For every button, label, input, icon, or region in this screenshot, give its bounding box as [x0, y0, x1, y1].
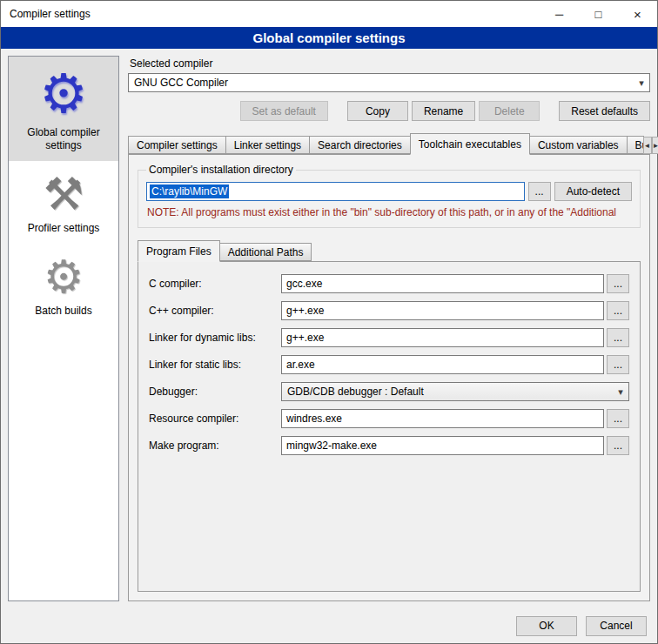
minimize-button[interactable]: ─ [540, 1, 579, 27]
cpp-compiler-input[interactable] [281, 301, 604, 320]
delete-button: Delete [479, 101, 540, 121]
resource-compiler-label: Resource compiler: [149, 413, 281, 425]
program-row: Linker for static libs: ... [149, 355, 629, 374]
selected-compiler-label: Selected compiler [130, 57, 650, 70]
gears-gray-icon: ⚙ [44, 254, 84, 299]
close-button[interactable]: × [618, 1, 657, 27]
installation-directory-selected-text: C:\raylib\MinGW [150, 184, 229, 198]
set-as-default-button: Set as default [240, 101, 328, 121]
installation-directory-browse-button[interactable]: ... [528, 182, 551, 201]
c-compiler-browse-button[interactable]: ... [607, 274, 629, 293]
selected-compiler-dropdown[interactable]: GNU GCC Compiler ▾ [128, 73, 650, 92]
program-row: Linker for dynamic libs: ... [149, 328, 629, 347]
ok-button[interactable]: OK [516, 616, 577, 636]
window-title: Compiler settings [1, 8, 540, 20]
debugger-value: GDB/CDB debugger : Default [282, 386, 613, 398]
linker-static-browse-button[interactable]: ... [607, 355, 629, 374]
subtab-additional-paths[interactable]: Additional Paths [219, 243, 312, 261]
cpp-compiler-label: C++ compiler: [149, 305, 281, 317]
auto-detect-button[interactable]: Auto-detect [554, 182, 632, 201]
debugger-dropdown[interactable]: GDB/CDB debugger : Default ▾ [281, 382, 629, 401]
resource-compiler-input[interactable] [281, 409, 604, 428]
cpp-compiler-browse-button[interactable]: ... [607, 301, 629, 320]
make-program-label: Make program: [149, 439, 281, 452]
debugger-label: Debugger: [149, 386, 281, 398]
tab-search-directories[interactable]: Search directories [309, 136, 411, 154]
tab-scroll-right-button[interactable]: ► [652, 137, 658, 154]
program-row: Resource compiler: ... [149, 409, 629, 428]
linker-dynamic-browse-button[interactable]: ... [607, 328, 629, 347]
program-row: C compiler: ... [149, 274, 629, 293]
sidebar-item-label: Global compiler settings [11, 126, 116, 152]
page-title: Global compiler settings [1, 27, 657, 49]
dialog-footer: OK Cancel [1, 608, 657, 643]
tab-build-options-truncated[interactable]: Buil [627, 136, 644, 154]
program-row: C++ compiler: ... [149, 301, 629, 320]
installation-directory-group-title: Compiler's installation directory [146, 164, 296, 176]
sidebar-item-batch-builds[interactable]: ⚙ Batch builds [9, 244, 118, 326]
cancel-button[interactable]: Cancel [586, 616, 647, 636]
toolchain-executables-panel: Compiler's installation directory C:\ray… [128, 154, 650, 601]
program-subtabs: Program Files Additional Paths [138, 240, 641, 261]
main-panel: Selected compiler GNU GCC Compiler ▾ Set… [128, 56, 650, 601]
linker-dynamic-label: Linker for dynamic libs: [149, 332, 281, 344]
tab-toolchain-executables[interactable]: Toolchain executables [410, 133, 530, 155]
linker-static-label: Linker for static libs: [149, 359, 281, 371]
make-program-input[interactable] [281, 436, 604, 455]
selected-compiler-value: GNU GCC Compiler [129, 77, 634, 89]
program-files-panel: C compiler: ... C++ compiler: ... Linker… [138, 261, 641, 592]
tab-linker-settings[interactable]: Linker settings [225, 136, 310, 154]
program-row: Debugger: GDB/CDB debugger : Default ▾ [149, 382, 629, 401]
linker-static-input[interactable] [281, 355, 604, 374]
installation-directory-group: Compiler's installation directory C:\ray… [138, 164, 641, 228]
compiler-settings-dialog: Compiler settings ─ □ × Global compiler … [0, 0, 658, 644]
sidebar-item-profiler-settings[interactable]: ⚒ Profiler settings [9, 161, 118, 244]
program-row: Make program: ... [149, 436, 629, 455]
compiler-actions: Set as default Copy Rename Delete Reset … [128, 101, 650, 121]
resource-compiler-browse-button[interactable]: ... [607, 409, 629, 428]
installation-directory-row: C:\raylib\MinGW ... Auto-detect [146, 182, 632, 201]
c-compiler-label: C compiler: [149, 278, 281, 290]
compiler-settings-tabs: Compiler settings Linker settings Search… [128, 133, 650, 154]
settings-category-list: ⚙ Global compiler settings ⚒ Profiler se… [8, 56, 119, 601]
sidebar-item-label: Batch builds [35, 305, 91, 318]
sidebar-item-label: Profiler settings [28, 222, 100, 235]
chevron-down-icon: ▾ [613, 386, 628, 398]
gear-blue-icon: ⚙ [39, 67, 88, 121]
tab-scroll-left-button[interactable]: ◄ [643, 137, 652, 154]
linker-dynamic-input[interactable] [281, 328, 604, 347]
chevron-down-icon: ▾ [634, 77, 649, 89]
copy-button[interactable]: Copy [347, 101, 408, 121]
make-program-browse-button[interactable]: ... [607, 436, 629, 455]
bin-subdirectory-note: NOTE: All programs must exist either in … [147, 206, 631, 218]
subtab-program-files[interactable]: Program Files [138, 240, 220, 262]
reset-defaults-button[interactable]: Reset defaults [559, 101, 650, 121]
c-compiler-input[interactable] [281, 274, 604, 293]
titlebar: Compiler settings ─ □ × [1, 1, 657, 27]
tab-compiler-settings[interactable]: Compiler settings [128, 136, 226, 154]
sidebar-item-global-compiler-settings[interactable]: ⚙ Global compiler settings [9, 57, 118, 161]
rename-button[interactable]: Rename [412, 101, 475, 121]
dialog-body: ⚙ Global compiler settings ⚒ Profiler se… [1, 49, 657, 608]
tab-custom-variables[interactable]: Custom variables [529, 136, 628, 154]
maximize-button[interactable]: □ [579, 1, 618, 27]
profiler-tools-icon: ⚒ [44, 171, 84, 217]
installation-directory-input[interactable]: C:\raylib\MinGW [146, 182, 525, 201]
